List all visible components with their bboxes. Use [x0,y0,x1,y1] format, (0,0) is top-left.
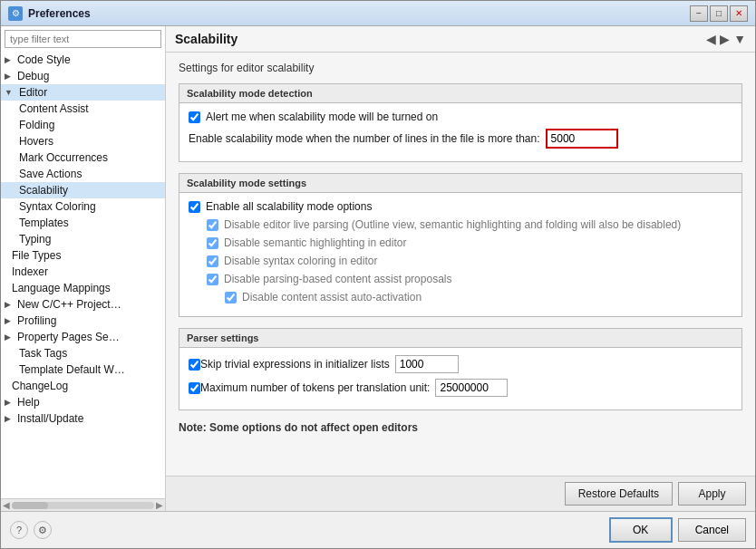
sidebar-item-code-style[interactable]: ▶ Code Style [1,52,165,68]
sidebar-item-changelog[interactable]: ChangeLog [1,378,165,394]
close-button[interactable]: ✕ [730,5,748,22]
group-content-detection: Alert me when scalability mode will be t… [179,103,741,161]
settings-icon-button[interactable]: ⚙ [34,521,52,539]
arrow-icon: ▶ [5,316,11,325]
sidebar-item-label: Install/Update [14,412,83,425]
bottom-bar: Restore Defaults Apply [166,476,755,511]
main-content: ▶ Code Style ▶ Debug ▼ Editor Content As… [1,26,755,511]
scroll-right-arrow[interactable]: ▶ [156,500,163,510]
lines-label: Enable scalability mode when the number … [189,132,540,145]
disable-semantic-highlighting-label: Disable semantic highlighting in editor [224,236,406,249]
restore-defaults-button[interactable]: Restore Defaults [565,482,673,506]
sidebar-item-indexer[interactable]: Indexer [1,264,165,280]
max-tokens-label: Maximum number of tokens per translation… [200,381,430,394]
dropdown-button[interactable]: ▼ [733,32,746,46]
enable-all-label: Enable all scalability mode options [206,200,372,213]
sidebar-item-content-assist[interactable]: Content Assist [1,101,165,117]
content-area: Scalability ◀ ▶ ▼ Settings for editor sc… [166,26,755,511]
sidebar: ▶ Code Style ▶ Debug ▼ Editor Content As… [1,26,166,511]
sidebar-item-debug[interactable]: ▶ Debug [1,68,165,84]
filter-input[interactable] [5,30,161,48]
disable-content-assist-row: Disable parsing-based content assist pro… [207,273,732,285]
page-title: Scalability [175,32,706,46]
footer-icons-container: ? ⚙ [10,521,604,539]
disable-semantic-highlighting-row: Disable semantic highlighting in editor [207,236,732,249]
scalability-mode-detection-group: Scalability mode detection Alert me when… [179,83,742,162]
back-button[interactable]: ◀ [706,32,716,46]
group-title-settings: Scalability mode settings [179,174,741,193]
arrow-icon: ▶ [5,414,11,423]
alert-checkbox-row: Alert me when scalability mode will be t… [189,111,732,123]
sidebar-item-syntax-coloring[interactable]: Syntax Coloring [1,198,165,215]
lines-value-input[interactable] [546,129,618,149]
section-description: Settings for editor scalability [179,62,742,74]
content-body: Settings for editor scalability Scalabil… [166,53,755,476]
sidebar-item-editor[interactable]: ▼ Editor [1,84,165,101]
cancel-button[interactable]: Cancel [678,518,746,542]
sidebar-item-label: File Types [5,249,61,262]
skip-trivial-label: Skip trivial expressions in initializer … [200,358,390,371]
disable-auto-activation-row: Disable content assist auto-activation [207,291,732,303]
sidebar-item-new-cpp-project[interactable]: ▶ New C/C++ Project… [1,296,165,313]
sidebar-item-task-tags[interactable]: Task Tags [1,345,165,361]
sidebar-item-templates[interactable]: Templates [1,215,165,231]
sidebar-item-help[interactable]: ▶ Help [1,394,165,410]
help-icon-button[interactable]: ? [10,521,28,539]
sidebar-item-template-default[interactable]: Template Default W… [1,361,165,378]
max-tokens-input[interactable] [435,379,508,397]
enable-all-checkbox[interactable] [189,201,200,213]
disable-semantic-highlighting-checkbox[interactable] [207,237,218,249]
enable-all-checkbox-row: Enable all scalability mode options [189,200,732,213]
sidebar-item-label: Syntax Coloring [19,200,96,213]
disable-content-assist-checkbox[interactable] [207,274,218,285]
arrow-icon: ▼ [5,88,13,97]
forward-button[interactable]: ▶ [720,32,730,46]
sidebar-item-folding[interactable]: Folding [1,117,165,133]
max-tokens-checkbox[interactable] [189,382,200,394]
sidebar-item-label: Templates [19,217,69,229]
sidebar-item-scalability[interactable]: Scalability [1,182,165,198]
minimize-button[interactable]: − [690,5,708,22]
sidebar-item-label: Indexer [5,265,48,278]
sidebar-item-typing[interactable]: Typing [1,231,165,247]
sidebar-item-label: Profiling [14,314,56,327]
window-icon: ⚙ [8,6,23,21]
sidebar-item-label: New C/C++ Project… [14,298,121,311]
scroll-left-arrow[interactable]: ◀ [3,500,10,510]
disable-auto-activation-checkbox[interactable] [225,292,237,303]
group-title-detection: Scalability mode detection [179,84,741,103]
sidebar-item-hovers[interactable]: Hovers [1,133,165,149]
scroll-thumb[interactable] [12,502,48,509]
note-text: Note: Some options do not affect open ed… [179,421,742,434]
skip-trivial-input[interactable] [395,355,459,373]
disable-live-parsing-checkbox[interactable] [207,219,218,231]
sidebar-item-label: Mark Occurrences [19,151,108,164]
sidebar-item-profiling[interactable]: ▶ Profiling [1,313,165,329]
sidebar-item-language-mappings[interactable]: Language Mappings [1,280,165,296]
sidebar-item-file-types[interactable]: File Types [1,247,165,264]
sidebar-item-label: Property Pages Se… [14,331,120,343]
arrow-icon: ▶ [5,398,11,407]
skip-trivial-checkbox[interactable] [189,359,200,371]
apply-button[interactable]: Apply [678,482,746,506]
sidebar-item-label: Help [14,396,40,409]
sidebar-item-label: Content Assist [19,102,89,115]
lines-input-row: Enable scalability mode when the number … [189,129,732,149]
sidebar-item-install-update[interactable]: ▶ Install/Update [1,410,165,427]
sidebar-item-label: Folding [19,119,54,131]
sidebar-item-property-pages[interactable]: ▶ Property Pages Se… [1,329,165,345]
disable-syntax-coloring-checkbox[interactable] [207,255,218,267]
disable-syntax-coloring-row: Disable syntax coloring in editor [207,255,732,267]
sidebar-item-save-actions[interactable]: Save Actions [1,166,165,182]
alert-checkbox[interactable] [189,111,200,123]
sidebar-horizontal-scrollbar[interactable]: ◀ ▶ [1,498,165,511]
nav-buttons: ◀ ▶ ▼ [706,32,746,46]
ok-button[interactable]: OK [609,517,673,543]
sidebar-item-mark-occurrences[interactable]: Mark Occurrences [1,149,165,166]
maximize-button[interactable]: □ [710,5,728,22]
disable-auto-activation-label: Disable content assist auto-activation [242,291,422,303]
sidebar-item-label: ChangeLog [5,380,68,392]
title-controls: − □ ✕ [690,5,748,22]
tree-area[interactable]: ▶ Code Style ▶ Debug ▼ Editor Content As… [1,52,165,498]
arrow-icon: ▶ [5,332,11,342]
